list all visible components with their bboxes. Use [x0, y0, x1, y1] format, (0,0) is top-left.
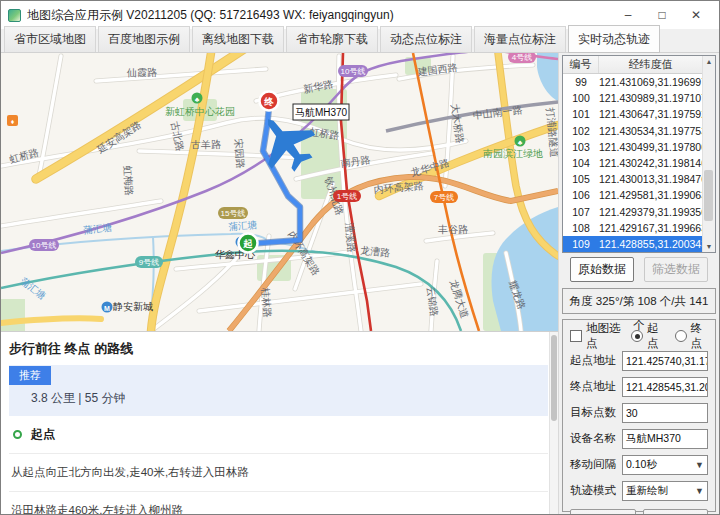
- tab-province-region-map[interactable]: 省市区域地图: [4, 26, 96, 52]
- svg-text:♦: ♦: [11, 118, 15, 125]
- route-start-row: 起点: [9, 426, 558, 443]
- route-step[interactable]: 沿田林路走460米,左转进入柳州路: [9, 491, 548, 514]
- scroll-down-icon[interactable]: ▼: [703, 243, 715, 250]
- svg-text:新虹桥中心花园: 新虹桥中心花园: [165, 106, 235, 117]
- route-start-label: 起点: [31, 426, 55, 443]
- recommended-badge[interactable]: 推荐: [9, 366, 51, 385]
- map-pick-checkbox[interactable]: [570, 330, 582, 342]
- track-mode-label: 轨迹模式: [570, 483, 618, 498]
- table-row[interactable]: 100121.430989,31.197107: [563, 90, 702, 106]
- table-scrollbar[interactable]: ▲ ▼: [702, 56, 715, 252]
- move-interval-row: 移动间隔 0.10秒 ▼: [570, 454, 708, 475]
- svg-text:10号线: 10号线: [341, 67, 366, 76]
- route-panel: 步行前往 终点 的路线 推荐 3.8 公里 | 55 分钟 起点 从起点向正北方…: [1, 331, 558, 514]
- svg-text:古羊路: 古羊路: [191, 139, 221, 150]
- table-row[interactable]: 108121.429167,31.199663: [563, 220, 702, 236]
- column-header-value[interactable]: 经纬度值: [599, 56, 702, 73]
- table-row[interactable]: 104121.430242,31.198146: [563, 155, 702, 171]
- start-address-label: 起点地址: [570, 353, 618, 368]
- maximize-button[interactable]: □: [645, 5, 679, 25]
- table-row[interactable]: 101121.430647,31.197592: [563, 106, 702, 122]
- start-address-input[interactable]: 121.425740,31.176567: [622, 351, 708, 371]
- end-point-radio[interactable]: [675, 330, 687, 342]
- track-mode-row: 轨迹模式 重新绘制 ▼: [570, 480, 708, 501]
- control-panel: 编号 经纬度值 99121.431069,31.196997 100121.43…: [558, 53, 719, 514]
- route-steps: 从起点向正北方向出发,走40米,右转进入田林路 沿田林路走460米,左转进入柳州…: [9, 453, 548, 514]
- start-point-radio[interactable]: [631, 330, 643, 342]
- table-row[interactable]: 102121.430534,31.197753: [563, 123, 702, 139]
- svg-text:仙霞路: 仙霞路: [126, 67, 157, 78]
- tab-realtime-track[interactable]: 实时动态轨迹: [568, 25, 660, 53]
- table-header: 编号 经纬度值: [563, 56, 702, 74]
- app-window: 地图综合应用示例 V20211205 (QQ: 517216493 WX: fe…: [0, 0, 720, 515]
- map-canvas: 仙霞路 延安高架路 古北路 古羊路 虹桥路 虹桥路 新华路 南丹路 宋园路 虹梅…: [1, 53, 558, 331]
- tab-baidu-map-demo[interactable]: 百度地图示例: [98, 26, 190, 52]
- end-address-input[interactable]: 121.428545,31.203614: [622, 377, 708, 397]
- svg-text:马航MH370: 马航MH370: [295, 107, 348, 118]
- chevron-down-icon: ▼: [695, 460, 704, 470]
- svg-text:1号线: 1号线: [337, 192, 357, 201]
- query-track-button[interactable]: 查询轨迹: [570, 509, 636, 515]
- table-row-selected[interactable]: 109121.428855,31.200343: [563, 236, 702, 252]
- svg-text:9号线: 9号线: [139, 258, 159, 267]
- device-name-row: 设备名称 马航MH370: [570, 428, 708, 449]
- table-row[interactable]: 107121.429379,31.199356: [563, 204, 702, 220]
- table-body: 99121.431069,31.196997 100121.430989,31.…: [563, 74, 702, 252]
- tab-bar: 省市区域地图 百度地图示例 离线地图下载 省市轮廓下载 动态点位标注 海量点位标…: [1, 29, 719, 53]
- minimize-button[interactable]: –: [611, 5, 645, 25]
- svg-text:4号线: 4号线: [512, 53, 532, 62]
- start-point-radio-label: 起点: [647, 321, 665, 351]
- svg-text:丰谷路: 丰谷路: [438, 224, 468, 235]
- start-marker: 起: [239, 234, 258, 253]
- route-scrollbar-thumb[interactable]: [551, 335, 557, 421]
- tab-mass-point-label[interactable]: 海量点位标注: [474, 26, 566, 52]
- device-name-input[interactable]: 马航MH370: [622, 429, 708, 449]
- tab-province-outline-download[interactable]: 省市轮廓下载: [286, 26, 378, 52]
- table-scrollbar-thumb[interactable]: [704, 170, 713, 221]
- svg-text:♣: ♣: [195, 96, 200, 103]
- svg-text:起: 起: [242, 238, 253, 249]
- device-name-label: 设备名称: [570, 431, 618, 446]
- route-step[interactable]: 从起点向正北方向出发,走40米,右转进入田林路: [9, 453, 548, 491]
- svg-text:15号线: 15号线: [221, 209, 246, 218]
- start-point-icon: [13, 430, 22, 439]
- raw-data-button[interactable]: 原始数据: [570, 257, 634, 282]
- app-icon: [8, 9, 21, 22]
- scroll-up-icon[interactable]: ▲: [703, 58, 715, 65]
- stop-simulation-button[interactable]: 停止模拟: [643, 509, 709, 515]
- move-interval-label: 移动间隔: [570, 457, 618, 472]
- tab-dynamic-point-label[interactable]: 动态点位标注: [380, 26, 472, 52]
- svg-text:南园滨江绿地: 南园滨江绿地: [483, 148, 543, 159]
- window-title: 地图综合应用示例 V20211205 (QQ: 517216493 WX: fe…: [27, 7, 611, 24]
- baidu-map[interactable]: 仙霞路 延安高架路 古北路 古羊路 虹桥路 虹桥路 新华路 南丹路 宋园路 虹梅…: [1, 53, 558, 331]
- start-address-row: 起点地址 121.425740,31.176567: [570, 350, 708, 371]
- svg-text:7号线: 7号线: [434, 193, 454, 202]
- target-count-row: 目标点数 30: [570, 402, 708, 423]
- table-row[interactable]: 106121.429581,31.199063: [563, 187, 702, 203]
- end-point-radio-label: 终点: [691, 321, 709, 351]
- filtered-data-button[interactable]: 筛选数据: [644, 257, 708, 282]
- end-address-label: 终点地址: [570, 379, 618, 394]
- end-marker: 终: [260, 92, 279, 111]
- route-scrollbar[interactable]: [549, 332, 558, 514]
- move-interval-select[interactable]: 0.10秒 ▼: [622, 455, 708, 475]
- chevron-down-icon: ▼: [695, 486, 704, 496]
- window-controls: – □ ✕: [611, 5, 713, 25]
- target-count-input[interactable]: 30: [622, 403, 708, 423]
- target-count-label: 目标点数: [570, 405, 618, 420]
- track-mode-select[interactable]: 重新绘制 ▼: [622, 481, 708, 501]
- close-button[interactable]: ✕: [679, 5, 713, 25]
- svg-text:终: 终: [263, 96, 274, 107]
- table-row[interactable]: 103121.430499,31.197806: [563, 139, 702, 155]
- table-row[interactable]: 99121.431069,31.196997: [563, 74, 702, 90]
- track-form: 地图选点 起点 终点 起点地址 121.425740,31.176567 终点地…: [562, 319, 716, 512]
- column-header-id[interactable]: 编号: [563, 56, 599, 73]
- svg-text:蒲汇塘: 蒲汇塘: [228, 219, 258, 232]
- svg-text:虹梅路: 虹梅路: [122, 165, 135, 196]
- device-label: 马航MH370: [293, 104, 349, 120]
- point-pick-row: 地图选点 起点 终点: [570, 327, 708, 345]
- route-summary-block: 推荐 3.8 公里 | 55 分钟: [9, 365, 548, 416]
- table-row[interactable]: 105121.430013,31.198476: [563, 171, 702, 187]
- end-address-row: 终点地址 121.428545,31.203614: [570, 376, 708, 397]
- tab-offline-map-download[interactable]: 离线地图下载: [192, 26, 284, 52]
